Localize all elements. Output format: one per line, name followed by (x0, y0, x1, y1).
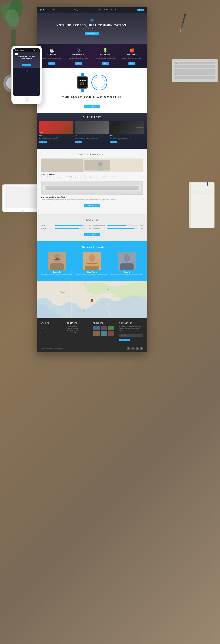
products-cta-btn[interactable]: LEARN MORE (84, 105, 100, 108)
svg-rect-35 (98, 166, 103, 171)
footer-archive-link-2[interactable]: 2015 (40, 330, 64, 331)
svg-rect-22 (189, 182, 191, 228)
history-btn-2[interactable]: MORE (110, 141, 118, 143)
svg-point-34 (98, 162, 102, 167)
team-name-2: Jared T. (110, 271, 143, 273)
svg-text:alt: alt (175, 74, 176, 76)
service-item-3: 🍎 PARTNERS Lorem ipsum dolor sit amet co… (120, 48, 144, 65)
products-subtitle: More with more (40, 100, 144, 102)
blog-img-1 (40, 181, 143, 195)
footer-newsletter-text: Subscribe to our newsletter and receive … (119, 326, 143, 331)
history-title: OUR HISTORY (40, 116, 144, 119)
blog-post-title-1: Where our solutions come from (40, 196, 143, 198)
feature-label-2: Customer Satisfaction (93, 224, 106, 226)
footer-contacts-title: CONTACTS (67, 322, 91, 324)
footer-subscribe-btn[interactable]: SUBSCRIBE (119, 339, 130, 341)
social-g[interactable]: g+ (77, 9, 79, 11)
phone-cta[interactable]: LEARN MORE (22, 64, 31, 66)
map-section: Region Area Bay (37, 281, 146, 318)
footer-archive-link-5[interactable]: 2012 (40, 336, 64, 337)
services-grid: ☕ SERVICES Lorem ipsum dolor sit amet co… (40, 48, 144, 65)
phone-title: NOTHING EXCESS, JUST COMMUNICATION! (14, 56, 39, 60)
service-btn-2[interactable]: MORE (102, 62, 109, 65)
features-cta-btn[interactable]: LEARN MORE (84, 233, 100, 236)
footer-thumb-1 (100, 326, 107, 330)
footer-grid: ARCHIVE 2017 2016 2015 2014 2013 2012 CO… (40, 322, 143, 342)
history-btn-0[interactable]: MORE (40, 141, 46, 143)
footer-archive-link-3[interactable]: 2014 (40, 332, 64, 333)
nav-link-blog[interactable]: Blog (110, 9, 113, 10)
service-btn-0[interactable]: MORE (48, 62, 56, 65)
service-btn-3[interactable]: MORE (128, 62, 136, 65)
svg-text:Region: Region (60, 291, 65, 293)
feature-bar-bg-0 (55, 225, 86, 226)
history-text-1: Our products are carefully selected to e… (75, 136, 109, 140)
feature-bar-fill-3 (108, 228, 134, 229)
history-btns-1: MORE (75, 141, 109, 143)
svg-point-53 (124, 254, 130, 262)
history-btns-2: MORE (110, 141, 144, 143)
feature-row-2: Customer Satisfaction 62% (93, 224, 143, 226)
hero-globe-icon: 🌐 (37, 18, 146, 22)
features-section: FEATURES Usability 90% Creativity 80% (37, 214, 146, 241)
watch-time: 7:00AM (78, 80, 86, 82)
svg-point-11 (22, 210, 24, 212)
history-img-2: MacBook Pro (110, 121, 144, 134)
phone-logo: Communication (16, 50, 24, 51)
history-grid: photo 2012 We are proudly dedicated to b… (40, 121, 144, 143)
footer-social-t[interactable]: t (131, 347, 134, 350)
history-year-0: 2012 (40, 134, 74, 136)
service-text-1: Lorem ipsum dolor sit amet consectetur a… (66, 56, 91, 60)
service-item-0: ☕ SERVICES Lorem ipsum dolor sit amet co… (40, 48, 64, 65)
history-btns-0: MORE (40, 141, 74, 143)
team-photo-2 (118, 252, 136, 270)
macbook-label: MacBook Pro (136, 127, 143, 128)
social-in[interactable]: in (80, 9, 81, 11)
feature-pct-0: 90% (86, 225, 91, 226)
footer-archive-link-1[interactable]: 2016 (40, 328, 64, 329)
nav-links: About Portfolio Blog Contact (98, 9, 120, 10)
footer-social-g[interactable]: g (136, 347, 139, 350)
svg-rect-13 (174, 62, 216, 64)
nav-cta-btn[interactable]: About (138, 9, 144, 11)
footer-thumb-0 (93, 326, 100, 330)
footer-thumbs (93, 326, 117, 336)
blog-cta-btn[interactable]: LEARN MORE (84, 204, 100, 207)
hero-cta-btn[interactable]: LEARN MORE (84, 32, 99, 35)
nav-link-portfolio[interactable]: Portfolio (104, 9, 109, 10)
footer-bottom: © 2017 Communication. All Rights Reserve… (40, 345, 143, 350)
service-btn-1[interactable]: MORE (75, 62, 82, 65)
svg-text:tab: tab (175, 62, 178, 64)
footer-archive-link-0[interactable]: 2017 (40, 326, 64, 327)
svg-rect-54 (120, 264, 134, 270)
service-text-0: Lorem ipsum dolor sit amet consectetur a… (40, 56, 64, 60)
history-btn-1[interactable]: MORE (75, 141, 82, 143)
service-title-1: ORIENTATION (66, 54, 91, 56)
team-photo-0 (48, 252, 66, 270)
feature-row-3: Management 88% (93, 228, 143, 229)
footer-col-contacts: CONTACTS 2234 North StreetSomerset, WA 8… (67, 322, 91, 342)
svg-rect-39 (47, 187, 137, 188)
features-grid: Usability 90% Creativity 80% Customer Sa (40, 224, 143, 230)
phone-subtitle: The next level of your success (14, 60, 39, 61)
footer-copy: © 2017 Communication. All Rights Reserve… (40, 348, 64, 349)
team-member-0: Lauren B. Lorem ipsum dolor sit amet con… (40, 252, 73, 277)
footer-section: ARCHIVE 2017 2016 2015 2014 2013 2012 CO… (37, 318, 146, 352)
svg-rect-15 (174, 69, 216, 72)
nav-link-about[interactable]: About (98, 9, 102, 10)
nav-link-contact[interactable]: Contact (115, 9, 120, 10)
feature-pct-2: 62% (138, 225, 143, 226)
footer-col-archive: ARCHIVE 2017 2016 2015 2014 2013 2012 (40, 322, 64, 342)
feature-bar-fill-1 (55, 228, 79, 229)
social-t[interactable]: t (76, 9, 76, 11)
history-col-1: 2014 Our products are carefully selected… (75, 121, 109, 143)
history-img-1 (75, 121, 109, 134)
footer-email-input[interactable] (119, 334, 143, 336)
footer-archive-link-4[interactable]: 2013 (40, 334, 64, 335)
blog-post-1: Where our solutions come from A company … (40, 181, 143, 200)
footer-social-f[interactable]: f (127, 347, 130, 350)
social-f[interactable]: f (74, 9, 74, 11)
blog-img-0 (40, 158, 143, 172)
footer-social-in[interactable]: in (140, 347, 143, 350)
service-item-2: 🔋 SOLUTIONS Lorem ipsum dolor sit amet c… (93, 48, 118, 65)
